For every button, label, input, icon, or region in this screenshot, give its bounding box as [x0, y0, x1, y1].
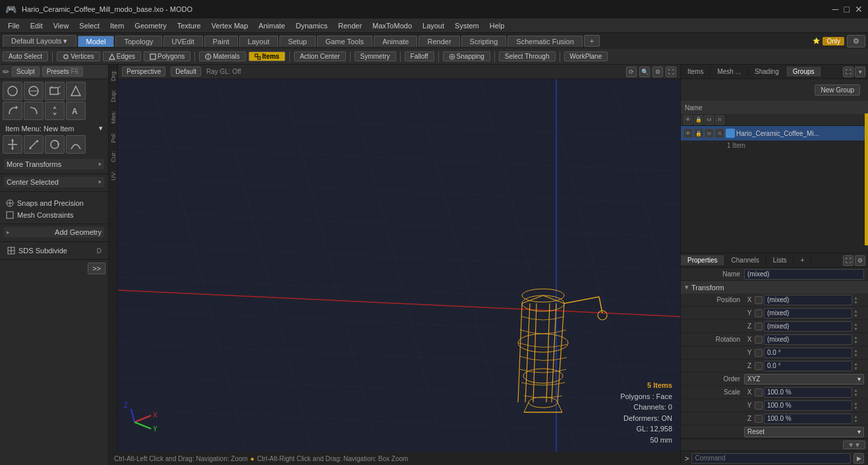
eye-header-icon[interactable]: 👁	[683, 115, 693, 125]
viewport-orbit-btn[interactable]: ⟳	[626, 67, 637, 77]
presets-btn[interactable]: Presets F6	[42, 67, 83, 77]
polygons-btn[interactable]: Polygons	[144, 51, 190, 61]
prop-rot-z-input[interactable]: 0.0 °	[764, 361, 852, 371]
menu-render[interactable]: Render	[333, 20, 367, 31]
viewport-settings-btn[interactable]: ⚙	[652, 67, 663, 77]
transform-header[interactable]: ▾ Transform	[681, 281, 868, 294]
menu-geometry[interactable]: Geometry	[129, 20, 171, 31]
item-eye-0[interactable]: 👁	[683, 129, 693, 138]
prop-rot-z-arrows[interactable]: ▲▼	[854, 361, 864, 371]
rtab-mesh[interactable]: Mesh ...	[710, 67, 748, 77]
vtab-pol[interactable]: Pol:	[109, 129, 117, 147]
items-btn[interactable]: Items	[248, 51, 285, 61]
sphere-icon-btn[interactable]	[3, 82, 22, 100]
menu-dynamics[interactable]: Dynamics	[291, 20, 333, 31]
viewport-default-btn[interactable]: Default	[171, 67, 201, 77]
menu-item[interactable]: Item	[105, 20, 129, 31]
vtab-drg[interactable]: Drg:	[109, 66, 117, 85]
settings-btn[interactable]: ⚙	[847, 35, 865, 47]
tab-schematic[interactable]: Schematic Fusion	[507, 36, 582, 47]
symmetry-btn[interactable]: Symmetry	[355, 51, 396, 61]
maximize-btn[interactable]: □	[844, 4, 850, 15]
prop-reset-dropdown[interactable]: Reset ▾	[744, 427, 864, 437]
prop-scale-z-arrows[interactable]: ▲▼	[854, 414, 864, 423]
lock-header-icon[interactable]: 🔒	[694, 115, 703, 125]
minimize-btn[interactable]: ─	[832, 4, 839, 15]
move-icon-btn[interactable]	[45, 102, 65, 120]
prop-rot-z-checkbox[interactable]	[755, 362, 763, 370]
prop-order-dropdown[interactable]: XYZ ▾	[744, 374, 864, 385]
menu-system[interactable]: System	[449, 20, 484, 31]
item-row-0[interactable]: 👁 🔒 M R Hario_Ceramic_Coffee_Mi...	[681, 126, 868, 140]
ptab-channels[interactable]: Channels	[725, 255, 767, 265]
prop-pos-y-arrows[interactable]: ▲▼	[854, 309, 864, 318]
prop-settings-icon[interactable]: ⚙	[855, 255, 865, 266]
item-render-0[interactable]: R	[715, 129, 724, 138]
prop-rot-x-arrows[interactable]: ▲▼	[854, 335, 864, 344]
menu-file[interactable]: File	[3, 20, 25, 31]
tab-render[interactable]: Render	[419, 36, 459, 47]
prop-scale-y-input[interactable]: 100.0 %	[764, 400, 852, 411]
more-transforms-btn[interactable]: More Transforms ▾	[4, 159, 104, 170]
prop-scale-x-arrows[interactable]: ▲▼	[854, 388, 864, 397]
select-through-btn[interactable]: Select Through	[499, 51, 556, 61]
tab-animate[interactable]: Animate	[374, 36, 417, 47]
prop-scale-y-checkbox[interactable]	[755, 402, 763, 410]
vtab-mes[interactable]: Mes:	[109, 107, 117, 128]
prop-rot-x-checkbox[interactable]	[755, 336, 763, 344]
sculpt-btn[interactable]: Sculpt	[12, 67, 40, 77]
materials-btn[interactable]: Materials	[199, 51, 246, 61]
prop-name-input[interactable]	[744, 269, 864, 280]
menu-maxtomodo[interactable]: MaxToModo	[367, 20, 417, 31]
scroll-down-btn[interactable]: ▼▼	[843, 441, 865, 449]
prop-scale-z-checkbox[interactable]	[755, 415, 763, 423]
expand-btn[interactable]: >>	[88, 263, 105, 274]
mesh-header-icon[interactable]: M	[705, 115, 714, 125]
rtab-shading[interactable]: Shading	[748, 67, 786, 77]
mesh-constraints-btn[interactable]: Mesh Constraints	[4, 209, 104, 221]
menu-layout[interactable]: Layout	[417, 20, 449, 31]
items-list[interactable]: 👁 🔒 M R 👁 🔒 M R Hario_Ceramic_Coffee_Mi.…	[681, 114, 868, 253]
sphere2-icon-btn[interactable]	[24, 82, 43, 100]
item-lock-0[interactable]: 🔒	[694, 129, 703, 138]
tab-model[interactable]: Model	[78, 36, 115, 47]
render-header-icon[interactable]: R	[715, 115, 724, 125]
snapping-btn[interactable]: Snapping	[443, 51, 490, 61]
prop-scale-x-input[interactable]: 100.0 %	[764, 387, 852, 398]
prop-pos-z-checkbox[interactable]	[755, 323, 763, 330]
menu-view[interactable]: View	[48, 20, 74, 31]
action-center-btn[interactable]: Action Center	[294, 51, 346, 61]
sds-subdivide-btn[interactable]: SDS Subdivide	[7, 246, 67, 255]
snaps-precision-btn[interactable]: Snaps and Precision	[4, 197, 104, 209]
menu-edit[interactable]: Edit	[25, 20, 48, 31]
vtab-cur[interactable]: Cur:	[109, 147, 117, 166]
command-input[interactable]	[691, 453, 851, 464]
falloff-icon-btn[interactable]	[66, 135, 86, 154]
prop-scale-y-arrows[interactable]: ▲▼	[854, 401, 864, 410]
prop-rot-x-input[interactable]	[764, 334, 852, 345]
ptab-add[interactable]: +	[794, 255, 811, 265]
menu-animate[interactable]: Animate	[253, 20, 290, 31]
ptab-lists[interactable]: Lists	[767, 255, 794, 265]
rotate-icon-btn[interactable]	[3, 102, 22, 120]
prop-pos-z-arrows[interactable]: ▲▼	[854, 322, 864, 331]
prop-pos-x-checkbox[interactable]	[755, 296, 763, 304]
add-tab-btn[interactable]: +	[584, 35, 600, 47]
tab-scripting[interactable]: Scripting	[461, 36, 507, 47]
tab-topology[interactable]: Topology	[115, 36, 161, 47]
prop-pos-x-arrows[interactable]: ▲▼	[854, 295, 864, 305]
tab-setup[interactable]: Setup	[279, 36, 316, 47]
ptab-properties[interactable]: Properties	[681, 255, 725, 265]
expand-icon[interactable]: ⛶	[843, 67, 854, 77]
prop-pos-z-input[interactable]	[764, 321, 852, 332]
viewport-expand-btn[interactable]: ⛶	[666, 67, 676, 77]
new-group-btn[interactable]: New Group	[815, 84, 860, 96]
item-menu-row[interactable]: Item Menu: New Item ▾	[3, 123, 105, 134]
prop-pos-y-input[interactable]	[764, 308, 852, 319]
menu-vertex-map[interactable]: Vertex Map	[206, 20, 254, 31]
prop-rot-y-checkbox[interactable]	[755, 349, 763, 357]
menu-texture[interactable]: Texture	[172, 20, 206, 31]
prop-pos-y-checkbox[interactable]	[755, 309, 763, 317]
rot-icon-btn[interactable]	[45, 135, 65, 154]
text-icon-btn[interactable]: A	[66, 102, 86, 120]
